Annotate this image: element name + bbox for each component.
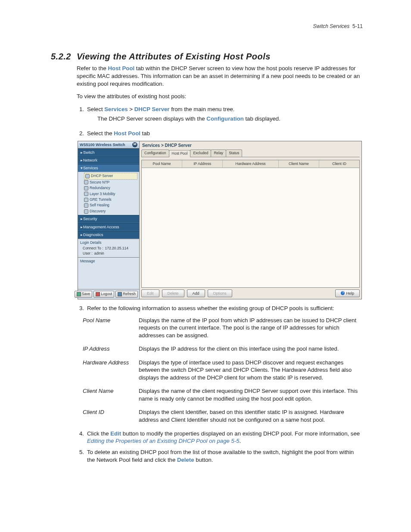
discovery-icon <box>84 209 88 214</box>
dhcp-server-term: DHCP Server <box>134 106 170 112</box>
step-1-note: The DHCP Server screen displays with the… <box>97 115 361 123</box>
tab-bar: Configuration Host Pool Excluded Relay S… <box>141 149 360 157</box>
app-title-bar: WS5100 Wireless Switch M <box>78 141 139 149</box>
sidebar-item-dhcp-server[interactable]: DHCP Server <box>84 173 137 179</box>
ntp-icon <box>84 180 88 184</box>
configuration-term: Configuration <box>206 115 243 122</box>
nav-network[interactable]: ▸Network <box>78 156 139 164</box>
login-details: Login Details Connect To :172.20.25.114 … <box>78 239 139 257</box>
tab-relay[interactable]: Relay <box>211 149 226 156</box>
step-4: 4. Click the Edit button to modify the p… <box>79 430 361 445</box>
field-client-id: Client IDDisplays the client Identifier,… <box>83 408 361 423</box>
nav-services[interactable]: ▾Services <box>78 164 139 172</box>
tab-excluded[interactable]: Excluded <box>190 149 211 156</box>
edit-button[interactable]: Edit <box>141 289 159 297</box>
nav-diagnostics[interactable]: ▸Diagnostics <box>78 231 139 239</box>
healing-icon <box>84 203 88 208</box>
step-3: 3. Refer to the following information to… <box>79 305 361 312</box>
step-1: 1. Select Services > DHCP Server from th… <box>79 106 361 127</box>
sidebar-buttons: Save Logout Refresh <box>78 289 139 299</box>
page: Switch Services 5-11 5.2.2 Viewing the A… <box>0 0 411 532</box>
app-title: WS5100 Wireless Switch <box>80 142 125 147</box>
lead-sentence: To view the attributes of existing host … <box>77 93 361 100</box>
field-hw-address: Hardware AddressDisplays the type of int… <box>83 359 361 382</box>
field-ip-address: IP AddressDisplays the IP address for th… <box>83 345 361 353</box>
ui-screenshot: WS5100 Wireless Switch M ▸Switch ▸Networ… <box>78 141 362 299</box>
layer3-icon <box>84 192 88 196</box>
nav-primary: ▸Switch ▸Network ▾Services <box>78 149 139 172</box>
sidebar-item-discovery[interactable]: Discovery <box>84 208 139 214</box>
page-number: 5-11 <box>352 23 363 29</box>
field-table: Pool NameDisplays the name of the IP poo… <box>83 317 361 424</box>
nav-mgmt-access[interactable]: ▸Management Access <box>78 223 139 231</box>
services-term: Services <box>104 106 128 112</box>
data-grid: Pool Name IP Address Hardware Address Cl… <box>141 160 360 288</box>
logo-icon: M <box>132 142 137 147</box>
edit-term: Edit <box>110 430 121 437</box>
host-pool-term-2: Host Pool <box>114 130 140 137</box>
sidebar-item-self-healing[interactable]: Self Healing <box>84 202 139 208</box>
add-button[interactable]: Add <box>187 289 205 297</box>
logout-icon <box>96 292 100 296</box>
tab-host-pool[interactable]: Host Pool <box>169 150 191 157</box>
intro-paragraph: Refer to the Host Pool tab within the DH… <box>77 65 361 87</box>
sidebar-item-gre[interactable]: GRE Tunnels <box>84 197 139 202</box>
save-icon <box>77 292 81 296</box>
refresh-icon <box>118 292 122 296</box>
xref-link[interactable]: Editing the Properties of an Existing DH… <box>87 438 240 444</box>
delete-button[interactable]: Delete <box>162 289 184 297</box>
help-icon: ? <box>341 291 345 295</box>
nav-switch[interactable]: ▸Switch <box>78 149 139 156</box>
gre-icon <box>84 198 88 202</box>
refresh-button[interactable]: Refresh <box>115 291 138 297</box>
redundancy-icon <box>84 186 88 190</box>
dhcp-icon <box>85 174 90 178</box>
section-number: 5.2.2 <box>51 52 71 62</box>
sidebar-item-layer3[interactable]: Layer 3 Mobility <box>84 191 139 197</box>
nav-secondary: ▸Security ▸Management Access ▸Diagnostic… <box>78 215 139 238</box>
help-button[interactable]: ?Help <box>335 289 360 297</box>
col-pool-name[interactable]: Pool Name <box>142 160 182 168</box>
content-pane: Services > DHCP Server Configuration Hos… <box>140 141 361 299</box>
options-button[interactable]: Options <box>208 289 232 297</box>
sidebar-item-secure-ntp[interactable]: Secure NTP <box>84 180 139 185</box>
tab-configuration[interactable]: Configuration <box>141 149 169 156</box>
grid-header: Pool Name IP Address Hardware Address Cl… <box>142 160 359 168</box>
host-pool-term: Host Pool <box>108 65 135 72</box>
field-client-name: Client NameDisplays the name of the clie… <box>83 387 361 402</box>
running-header: Switch Services 5-11 <box>313 23 363 29</box>
grid-body-empty[interactable] <box>142 168 359 287</box>
col-client-id[interactable]: Client ID <box>319 160 359 168</box>
message-box: Message <box>78 257 139 289</box>
field-pool-name: Pool NameDisplays the name of the IP poo… <box>83 317 361 339</box>
save-button[interactable]: Save <box>75 291 92 297</box>
ordered-steps: 1. Select Services > DHCP Server from th… <box>79 106 361 464</box>
action-bar: Edit Delete Add Options ?Help <box>140 288 361 299</box>
col-hw-address[interactable]: Hardware Address <box>223 160 279 168</box>
delete-term: Delete <box>177 457 194 463</box>
sidebar: WS5100 Wireless Switch M ▸Switch ▸Networ… <box>78 141 140 299</box>
step-5: 5. To delete an existing DHCP pool from … <box>79 448 361 464</box>
section-title: Viewing the Attributes of Existing Host … <box>77 52 271 62</box>
running-title: Switch Services <box>313 23 350 29</box>
breadcrumb: Services > DHCP Server <box>140 141 361 150</box>
logout-button[interactable]: Logout <box>93 291 114 297</box>
tab-status[interactable]: Status <box>226 149 242 156</box>
col-client-name[interactable]: Client Name <box>279 160 319 168</box>
step-2: 2. Select the Host Pool tab <box>79 130 361 137</box>
nav-services-children: DHCP Server Secure NTP Redundancy Layer … <box>78 172 139 215</box>
body: Refer to the Host Pool tab within the DH… <box>77 65 361 467</box>
col-ip-address[interactable]: IP Address <box>182 160 223 168</box>
nav-security[interactable]: ▸Security <box>78 215 139 223</box>
sidebar-item-redundancy[interactable]: Redundancy <box>84 185 139 191</box>
